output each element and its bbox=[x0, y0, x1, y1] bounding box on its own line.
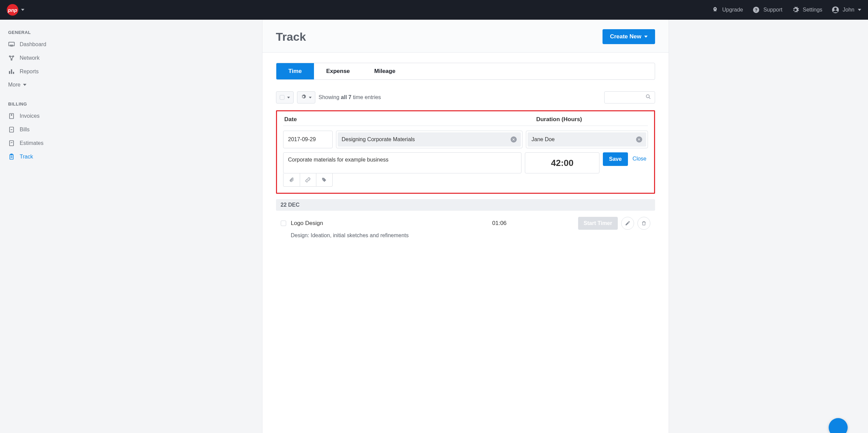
chevron-down-icon[interactable] bbox=[21, 9, 24, 11]
entry-subtitle: Design: Ideation, initial sketches and r… bbox=[276, 232, 655, 242]
person-token: Jane Doe ✕ bbox=[528, 132, 646, 147]
close-link[interactable]: Close bbox=[631, 152, 648, 165]
attach-group bbox=[283, 173, 333, 187]
attach-file-button[interactable] bbox=[283, 173, 300, 186]
create-new-button[interactable]: Create New bbox=[603, 29, 655, 44]
tab-time[interactable]: Time bbox=[276, 63, 314, 79]
tab-expense[interactable]: Expense bbox=[314, 63, 362, 79]
gear-icon bbox=[792, 6, 799, 14]
gear-icon bbox=[301, 94, 306, 101]
duration-input[interactable] bbox=[525, 152, 599, 173]
bill-icon bbox=[8, 126, 15, 133]
sidebar-section-general: GENERAL bbox=[0, 26, 63, 38]
user-menu[interactable]: John bbox=[832, 6, 861, 14]
svg-point-27 bbox=[646, 95, 649, 98]
sidebar-more[interactable]: More bbox=[0, 78, 63, 91]
svg-line-12 bbox=[12, 57, 13, 59]
edit-button[interactable] bbox=[621, 217, 634, 230]
sidebar-item-bills[interactable]: Bills bbox=[0, 123, 63, 136]
chevron-down-icon bbox=[287, 97, 290, 98]
toolbar-left: Showing all 7 time entries bbox=[276, 91, 381, 103]
save-button[interactable]: Save bbox=[603, 152, 628, 166]
help-icon: ? bbox=[752, 6, 760, 14]
estimate-icon bbox=[8, 140, 15, 147]
chevron-down-icon bbox=[644, 36, 648, 38]
svg-rect-16 bbox=[13, 72, 14, 74]
inner-content: Time Expense Mileage bbox=[262, 53, 669, 252]
row-checkbox[interactable] bbox=[281, 221, 286, 226]
chevron-down-icon bbox=[23, 84, 26, 86]
search-box[interactable] bbox=[604, 91, 655, 103]
tab-mileage[interactable]: Mileage bbox=[362, 63, 408, 79]
svg-point-10 bbox=[11, 59, 12, 60]
date-group-header: 22 DEC bbox=[276, 199, 655, 211]
invoice-icon bbox=[8, 113, 15, 119]
sidebar: GENERAL Dashboard Network Reports More B… bbox=[0, 20, 63, 433]
time-entry-row: Logo Design 01:06 Start Timer bbox=[276, 215, 655, 232]
svg-line-11 bbox=[10, 57, 11, 59]
sidebar-item-estimates[interactable]: Estimates bbox=[0, 136, 63, 150]
support-link[interactable]: ? Support bbox=[752, 6, 782, 14]
page-header: Track Create New bbox=[262, 20, 669, 53]
sidebar-item-invoices[interactable]: Invoices bbox=[0, 109, 63, 123]
svg-point-3 bbox=[834, 8, 837, 10]
search-icon bbox=[645, 94, 651, 101]
page-title: Track bbox=[276, 30, 306, 43]
main: Track Create New Time Expense Mileage bbox=[63, 20, 868, 433]
start-timer-button[interactable]: Start Timer bbox=[578, 217, 617, 230]
chevron-down-icon bbox=[858, 9, 861, 11]
tabs: Time Expense Mileage bbox=[276, 63, 655, 80]
svg-rect-15 bbox=[11, 69, 12, 74]
svg-rect-22 bbox=[9, 141, 14, 146]
attach-link-button[interactable] bbox=[300, 173, 316, 186]
chevron-down-icon bbox=[309, 97, 312, 98]
entry-row-3 bbox=[283, 173, 522, 187]
sidebar-item-dashboard[interactable]: Dashboard bbox=[0, 38, 63, 51]
delete-button[interactable] bbox=[637, 217, 650, 230]
bar-chart-icon bbox=[8, 68, 15, 75]
project-input[interactable]: Designing Corporate Materials ✕ bbox=[336, 131, 522, 148]
entry-actions: Start Timer bbox=[578, 217, 650, 230]
svg-rect-14 bbox=[9, 71, 10, 74]
entry-row-2: Save Close bbox=[283, 152, 648, 187]
sidebar-item-track[interactable]: Track bbox=[0, 150, 63, 164]
showing-text: Showing all 7 time entries bbox=[319, 94, 381, 100]
svg-text:?: ? bbox=[755, 7, 758, 13]
toolbar-row: Showing all 7 time entries bbox=[276, 91, 655, 103]
bulk-actions-button[interactable] bbox=[297, 91, 315, 103]
date-input[interactable] bbox=[283, 131, 333, 148]
entry-form: Date Duration (Hours) Designing Corporat… bbox=[276, 110, 655, 194]
clear-icon[interactable]: ✕ bbox=[511, 136, 517, 143]
entry-row-1: Designing Corporate Materials ✕ Jane Doe… bbox=[283, 131, 648, 148]
layout: GENERAL Dashboard Network Reports More B… bbox=[0, 20, 868, 433]
checkbox-icon bbox=[280, 95, 284, 100]
sidebar-item-reports[interactable]: Reports bbox=[0, 65, 63, 78]
settings-link[interactable]: Settings bbox=[792, 6, 822, 14]
entry-title[interactable]: Logo Design bbox=[291, 220, 488, 227]
header-duration: Duration (Hours) bbox=[536, 116, 646, 123]
sidebar-section-billing: BILLING bbox=[0, 97, 63, 109]
user-icon bbox=[832, 6, 839, 14]
monitor-icon bbox=[8, 41, 15, 48]
tag-icon bbox=[321, 177, 327, 183]
topbar: pnp Upgrade ? Support Settings John bbox=[0, 0, 868, 20]
select-all-checkbox[interactable] bbox=[276, 91, 294, 103]
link-icon bbox=[305, 177, 311, 183]
upgrade-link[interactable]: Upgrade bbox=[711, 6, 743, 14]
paperclip-icon bbox=[289, 177, 294, 183]
header-date: Date bbox=[284, 116, 297, 123]
topbar-right: Upgrade ? Support Settings John bbox=[711, 6, 861, 14]
clipboard-icon bbox=[8, 153, 15, 160]
svg-rect-4 bbox=[9, 42, 15, 46]
pencil-icon bbox=[625, 221, 630, 226]
description-input[interactable] bbox=[283, 152, 522, 173]
trash-icon bbox=[641, 221, 647, 226]
logo[interactable]: pnp bbox=[7, 4, 18, 16]
content: Track Create New Time Expense Mileage bbox=[262, 20, 669, 433]
rocket-icon bbox=[711, 6, 719, 14]
attach-tag-button[interactable] bbox=[316, 173, 332, 186]
clear-icon[interactable]: ✕ bbox=[636, 136, 642, 143]
svg-line-28 bbox=[649, 97, 650, 99]
person-input[interactable]: Jane Doe ✕ bbox=[526, 131, 648, 148]
sidebar-item-network[interactable]: Network bbox=[0, 51, 63, 65]
